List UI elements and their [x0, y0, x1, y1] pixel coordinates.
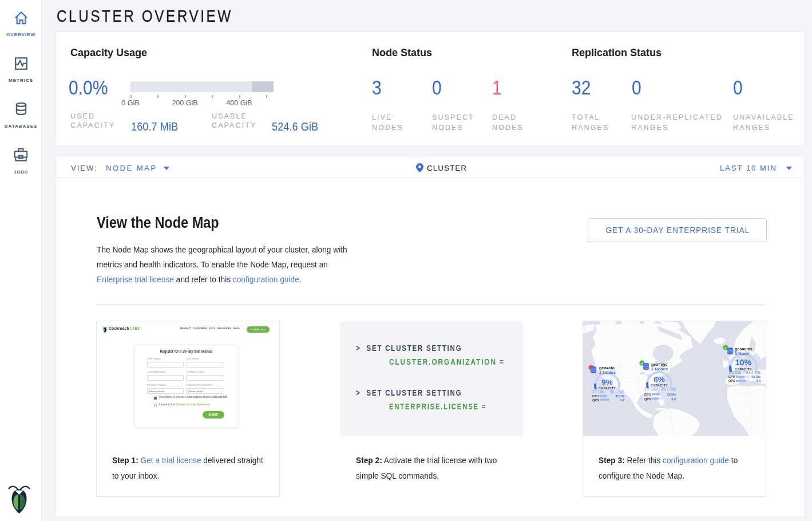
svg-text:11.0%: 11.0%	[616, 394, 624, 398]
svg-text:2 Nodes: 2 Nodes	[599, 370, 616, 375]
svg-text:CPU: CPU	[592, 394, 599, 398]
svg-text:3.2 GiB: 3.2 GiB	[592, 390, 605, 394]
svg-text:34.4 GiB: 34.4 GiB	[746, 370, 760, 374]
svg-text:✓: ✓	[640, 362, 643, 365]
svg-text:QPS: QPS	[644, 397, 651, 401]
svg-text:CPU: CPU	[644, 393, 651, 396]
svg-text:4.7: 4.7	[620, 398, 624, 402]
svg-text:0.0: 0.0	[671, 397, 676, 401]
svg-text:3.6 GiB: 3.6 GiB	[728, 370, 741, 374]
svg-text:35.1 GiB: 35.1 GiB	[610, 390, 624, 394]
svg-text:0.4: 0.4	[756, 379, 761, 382]
svg-text:1 Node: 1 Node	[735, 351, 749, 356]
svg-text:9%: 9%	[601, 378, 613, 386]
svg-text:2 Nodes: 2 Nodes	[651, 366, 668, 372]
svg-text:CPU: CPU	[728, 375, 735, 378]
svg-text:QPS: QPS	[592, 398, 599, 402]
svg-text:6%: 6%	[653, 375, 665, 384]
svg-text:10%: 10%	[735, 358, 751, 367]
svg-text:42.5%: 42.5%	[667, 393, 676, 396]
svg-text:53.3%: 53.3%	[751, 375, 760, 378]
svg-text:3.7 GiB: 3.7 GiB	[644, 387, 657, 391]
svg-text:65.7 GiB: 65.7 GiB	[662, 387, 676, 391]
svg-text:QPS: QPS	[728, 379, 735, 382]
svg-text:✓: ✓	[724, 346, 727, 350]
